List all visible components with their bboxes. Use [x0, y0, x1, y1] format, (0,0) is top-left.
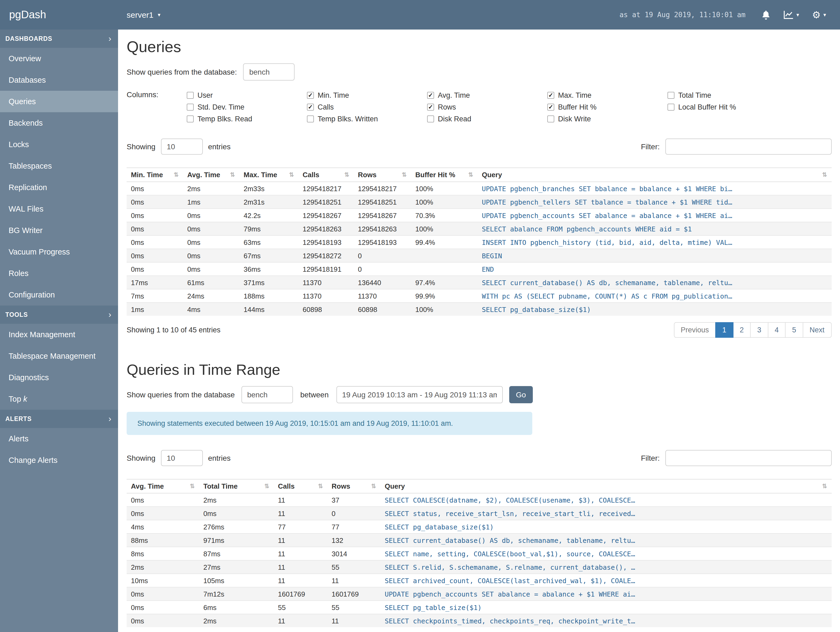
sidebar-item[interactable]: Replication — [0, 177, 118, 198]
page-button[interactable]: 3 — [750, 322, 768, 338]
column-header-label: Calls — [303, 171, 319, 179]
cell-buffer-hit: 100% — [411, 182, 478, 195]
pagination-next-button[interactable]: Next — [802, 322, 831, 338]
cell-min-time: 0ms — [126, 262, 183, 276]
sidebar-section-dashboards[interactable]: DASHBOARDS › — [0, 30, 118, 48]
column-checkbox[interactable]: Min. Time — [307, 91, 427, 99]
database-input[interactable] — [243, 63, 295, 81]
entries-count-input[interactable] — [161, 139, 202, 155]
column-checkbox[interactable]: Avg. Time — [427, 91, 547, 99]
page-button[interactable]: 4 — [767, 322, 786, 338]
column-header[interactable]: Rows ⇅ — [354, 168, 411, 182]
sidebar-item[interactable]: Diagnostics — [0, 367, 118, 388]
sidebar-item[interactable]: Queries — [0, 91, 118, 112]
column-checkbox[interactable]: Temp Blks. Read — [187, 115, 307, 123]
column-checkbox[interactable]: Std. Dev. Time — [187, 103, 307, 111]
query-link[interactable]: SELECT archived_count, COALESCE(last_arc… — [385, 577, 635, 584]
query-link[interactable]: INSERT INTO pgbench_history (tid, bid, a… — [482, 238, 732, 246]
query-link[interactable]: SELECT pg_database_size($1) — [385, 523, 494, 531]
page-button[interactable]: 5 — [785, 322, 803, 338]
sidebar-item[interactable]: Overview — [0, 48, 118, 69]
column-header[interactable]: Query ⇅ — [478, 168, 831, 182]
column-checkbox[interactable]: Disk Read — [427, 115, 547, 123]
query-link[interactable]: WITH pc AS (SELECT pubname, COUNT(*) AS … — [482, 292, 732, 300]
brand-logo[interactable]: pgDash — [0, 9, 118, 21]
query-link[interactable]: SELECT current_database() AS db, scheman… — [385, 536, 635, 544]
sidebar-section-alerts[interactable]: ALERTS › — [0, 410, 118, 428]
column-header[interactable]: Buffer Hit % ⇅ — [411, 168, 478, 182]
column-checkbox[interactable]: Buffer Hit % — [547, 103, 668, 111]
query-link[interactable]: SELECT COALESCE(datname, $2), COALESCE(u… — [385, 496, 635, 504]
time-range-input[interactable] — [336, 386, 502, 403]
filter-input[interactable] — [665, 139, 831, 155]
charts-menu-button[interactable]: ▾ — [784, 10, 799, 19]
sidebar-item[interactable]: Tablespace Management — [0, 345, 118, 367]
column-checkbox[interactable]: Max. Time — [547, 91, 668, 99]
sidebar-item[interactable]: Alerts — [0, 428, 118, 450]
sidebar-item[interactable]: Index Management — [0, 324, 118, 345]
query-link[interactable]: SELECT pg_database_size($1) — [482, 305, 591, 313]
server-selector[interactable]: server1 ▾ — [126, 10, 160, 19]
column-header[interactable]: Query ⇅ — [381, 479, 831, 493]
column-checkbox[interactable]: User — [187, 91, 307, 99]
query-link[interactable]: BEGIN — [482, 252, 502, 260]
query-link[interactable]: SELECT pg_table_size($1) — [385, 603, 482, 611]
query-link[interactable]: UPDATE pgbench_accounts SET abalance = a… — [385, 590, 635, 598]
column-checkbox[interactable]: Total Time — [668, 91, 788, 99]
sidebar-item[interactable]: BG Writer — [0, 220, 118, 241]
cell-avg-time: 0ms — [183, 236, 239, 249]
cell-total-time: 27ms — [199, 560, 274, 574]
column-header[interactable]: Total Time ⇅ — [199, 479, 274, 493]
column-checkbox[interactable]: Local Buffer Hit % — [668, 103, 788, 111]
sidebar-item[interactable]: Databases — [0, 69, 118, 91]
column-checkbox[interactable]: Temp Blks. Written — [307, 115, 427, 123]
cell-buffer-hit — [411, 262, 478, 276]
query-link[interactable]: END — [482, 265, 494, 273]
settings-menu-button[interactable]: ⚙ ▾ — [812, 10, 826, 20]
notifications-button[interactable] — [762, 10, 771, 20]
column-header[interactable]: Avg. Time ⇅ — [126, 479, 199, 493]
column-header[interactable]: Min. Time ⇅ — [126, 168, 183, 182]
sidebar-item[interactable]: Configuration — [0, 284, 118, 306]
query-link[interactable]: UPDATE pgbench_tellers SET tbalance = tb… — [482, 198, 732, 206]
column-checkbox[interactable]: Rows — [427, 103, 547, 111]
column-header[interactable]: Avg. Time ⇅ — [183, 168, 239, 182]
filter-input[interactable] — [665, 450, 831, 466]
page-button[interactable]: 2 — [733, 322, 751, 338]
time-range-database-input[interactable] — [241, 386, 293, 403]
page-button[interactable]: 1 — [715, 322, 733, 338]
checkbox-box-icon — [668, 103, 674, 110]
pagination-previous-button[interactable]: Previous — [674, 322, 716, 338]
sidebar-item[interactable]: Roles — [0, 263, 118, 284]
sidebar-item[interactable]: Vacuum Progress — [0, 241, 118, 263]
query-link[interactable]: SELECT abalance FROM pgbench_accounts WH… — [482, 225, 692, 233]
sidebar-item[interactable]: WAL Files — [0, 198, 118, 220]
sidebar-item[interactable]: Backends — [0, 112, 118, 134]
query-link[interactable]: SELECT name, setting, COALESCE(boot_val,… — [385, 550, 635, 558]
column-header[interactable]: Calls ⇅ — [298, 168, 354, 182]
sidebar-item[interactable]: Locks — [0, 134, 118, 155]
entries-count-input[interactable] — [161, 450, 202, 466]
column-header[interactable]: Max. Time ⇅ — [239, 168, 298, 182]
checkbox-box-icon — [307, 115, 314, 122]
cell-calls: 11 — [274, 547, 327, 560]
query-link[interactable]: UPDATE pgbench_accounts SET abalance = a… — [482, 211, 732, 219]
cell-avg-time: 2ms — [183, 182, 239, 195]
sidebar-item-top-k[interactable]: Top k — [0, 388, 118, 410]
column-checkbox[interactable]: Disk Write — [547, 115, 668, 123]
column-checkbox[interactable]: Calls — [307, 103, 427, 111]
column-header[interactable]: Calls ⇅ — [274, 479, 327, 493]
column-header[interactable]: Rows ⇅ — [327, 479, 381, 493]
query-link[interactable]: SELECT current_database() AS db, scheman… — [482, 279, 732, 287]
between-label: between — [300, 390, 328, 399]
sidebar-item[interactable]: Tablespaces — [0, 155, 118, 177]
sidebar-item[interactable]: Change Alerts — [0, 450, 118, 471]
query-link[interactable]: SELECT status, receive_start_lsn, receiv… — [385, 509, 635, 517]
query-link[interactable]: SELECT S.relid, S.schemaname, S.relname,… — [385, 563, 635, 571]
bell-icon — [762, 10, 771, 20]
cell-query: SELECT archived_count, COALESCE(last_arc… — [381, 574, 831, 587]
query-link[interactable]: SELECT checkpoints_timed, checkpoints_re… — [385, 617, 635, 625]
query-link[interactable]: UPDATE pgbench_branches SET bbalance = b… — [482, 184, 732, 193]
go-button[interactable]: Go — [509, 386, 533, 403]
sidebar-section-tools[interactable]: TOOLS › — [0, 306, 118, 324]
